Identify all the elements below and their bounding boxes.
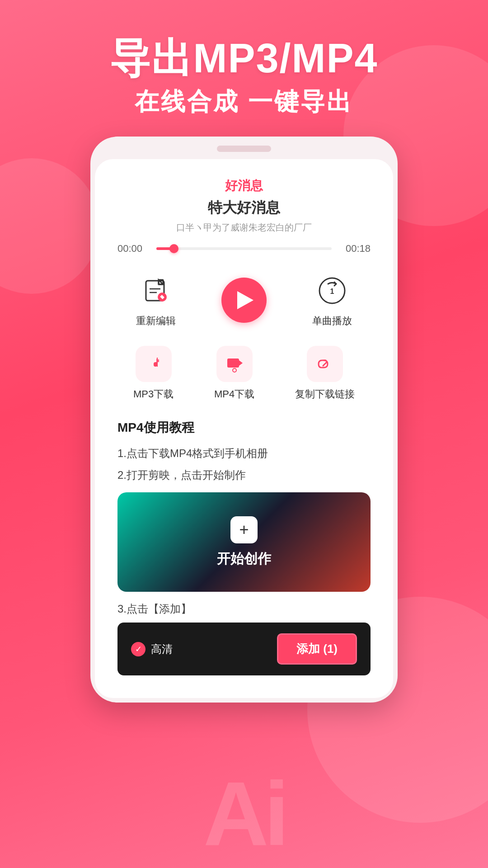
add-button[interactable]: 添加 (1) <box>277 633 357 665</box>
mp3-icon-wrap[interactable] <box>136 346 172 382</box>
svg-rect-10 <box>227 359 239 368</box>
hd-label: 高清 <box>151 642 173 656</box>
video-creation-card[interactable]: + 开始创作 <box>117 492 371 592</box>
phone-notch <box>217 146 271 152</box>
phone-mockup-container: 好消息 特大好消息 口半ヽ甲为了威谢朱老宏白的厂厂 00:00 00:18 <box>0 137 488 703</box>
repeat-icon-wrap[interactable]: 1 <box>314 273 350 309</box>
phone-mockup: 好消息 特大好消息 口半ヽ甲为了威谢朱老宏白的厂厂 00:00 00:18 <box>90 137 398 703</box>
tutorial-section: MP4使用教程 1.点击下载MP4格式到手机相册 2.打开剪映，点击开始制作 +… <box>113 419 375 675</box>
header-section: 导出MP3/MP4 在线合成 一键导出 <box>0 0 488 137</box>
svg-marker-11 <box>239 360 243 366</box>
song-lyrics: 口半ヽ甲为了威谢朱老宏白的厂厂 <box>113 222 375 234</box>
mp3-label: MP3下载 <box>133 387 174 401</box>
tutorial-step1: 1.点击下载MP4格式到手机相册 <box>117 445 371 462</box>
repeat-label: 单曲播放 <box>312 314 352 328</box>
ai-branding: Ai <box>0 760 488 868</box>
song-title: 特大好消息 <box>113 198 375 218</box>
main-subtitle: 在线合成 一键导出 <box>0 85 488 118</box>
copy-link[interactable]: 复制下载链接 <box>295 346 355 401</box>
mp4-icon-wrap[interactable] <box>216 346 253 382</box>
mp3-icon <box>144 354 164 374</box>
controls-row: 重新编辑 1 <box>113 273 375 328</box>
mp3-download[interactable]: MP3下载 <box>133 346 174 401</box>
add-media-bar: ✓ 高清 添加 (1) <box>117 623 371 675</box>
progress-thumb[interactable] <box>169 244 178 253</box>
time-total: 00:18 <box>339 243 371 255</box>
play-button[interactable] <box>221 278 267 323</box>
tutorial-title: MP4使用教程 <box>117 419 371 436</box>
repeat-icon: 1 <box>317 276 347 306</box>
edit-icon <box>142 277 169 304</box>
repeat-control[interactable]: 1 单曲播放 <box>312 273 352 328</box>
svg-text:1: 1 <box>330 288 334 295</box>
mp4-icon <box>225 354 244 374</box>
svg-point-8 <box>154 363 157 367</box>
download-row: MP3下载 MP4下载 <box>113 346 375 401</box>
hd-check-icon: ✓ <box>131 642 145 656</box>
svg-point-12 <box>233 368 236 372</box>
phone-screen: 好消息 特大好消息 口半ヽ甲为了威谢朱老宏白的厂厂 00:00 00:18 <box>95 159 393 698</box>
mp4-label: MP4下载 <box>214 387 254 401</box>
edit-control[interactable]: 重新编辑 <box>136 273 176 328</box>
main-title: 导出MP3/MP4 <box>0 36 488 81</box>
plus-icon: + <box>239 522 249 538</box>
song-info: 好消息 特大好消息 口半ヽ甲为了威谢朱老宏白的厂厂 <box>113 177 375 234</box>
tutorial-step2: 2.打开剪映，点击开始制作 <box>117 467 371 483</box>
song-tag: 好消息 <box>113 177 375 194</box>
progress-track[interactable] <box>156 247 332 250</box>
ai-text: Ai <box>9 769 479 859</box>
hd-badge: ✓ 高清 <box>131 642 173 656</box>
time-current: 00:00 <box>117 243 149 255</box>
create-plus-box: + <box>230 516 258 543</box>
progress-bar-container[interactable]: 00:00 00:18 <box>113 243 375 255</box>
edit-icon-wrap[interactable] <box>138 273 174 309</box>
copy-icon-wrap[interactable] <box>307 346 343 382</box>
edit-label: 重新编辑 <box>136 314 176 328</box>
play-icon <box>237 291 253 309</box>
tutorial-step3: 3.点击【添加】 <box>117 601 371 617</box>
copy-label: 复制下载链接 <box>295 387 355 401</box>
mp4-download[interactable]: MP4下载 <box>214 346 254 401</box>
play-control[interactable] <box>221 278 267 323</box>
link-icon <box>315 354 335 374</box>
checkmark: ✓ <box>135 644 142 654</box>
create-label: 开始创作 <box>217 550 271 568</box>
